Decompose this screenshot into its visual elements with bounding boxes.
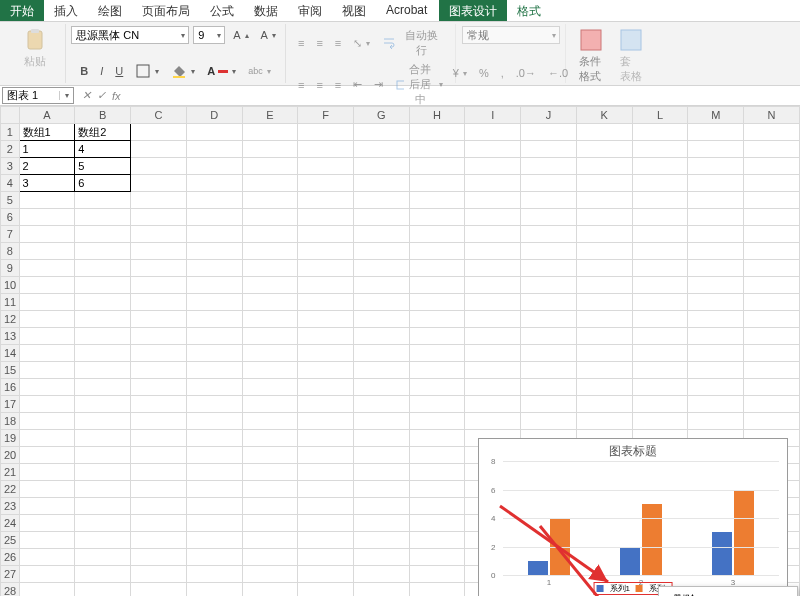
cell-N7[interactable] <box>744 226 800 243</box>
cell-K13[interactable] <box>576 328 632 345</box>
cell-F1[interactable] <box>298 124 354 141</box>
cell-A28[interactable] <box>19 583 75 597</box>
cell-M17[interactable] <box>688 396 744 413</box>
cell-H19[interactable] <box>409 430 465 447</box>
cell-B13[interactable] <box>75 328 131 345</box>
cell-E19[interactable] <box>242 430 298 447</box>
tab-page-layout[interactable]: 页面布局 <box>132 0 200 21</box>
cell-I10[interactable] <box>465 277 521 294</box>
bar-系列2-3[interactable] <box>734 490 754 576</box>
cell-A5[interactable] <box>19 192 75 209</box>
cell-K15[interactable] <box>576 362 632 379</box>
cell-L3[interactable] <box>632 158 688 175</box>
cell-M2[interactable] <box>688 141 744 158</box>
cell-M16[interactable] <box>688 379 744 396</box>
cell-E14[interactable] <box>242 345 298 362</box>
row-header-5[interactable]: 5 <box>1 192 20 209</box>
row-header-3[interactable]: 3 <box>1 158 20 175</box>
cell-H3[interactable] <box>409 158 465 175</box>
cell-G14[interactable] <box>353 345 409 362</box>
cell-A12[interactable] <box>19 311 75 328</box>
cell-F9[interactable] <box>298 260 354 277</box>
row-header-17[interactable]: 17 <box>1 396 20 413</box>
cell-J8[interactable] <box>521 243 577 260</box>
cell-N14[interactable] <box>744 345 800 362</box>
cell-J11[interactable] <box>521 294 577 311</box>
cell-C7[interactable] <box>131 226 187 243</box>
chart-plot-area[interactable]: 02468 123 <box>491 461 779 575</box>
cell-A23[interactable] <box>19 498 75 515</box>
cell-C2[interactable] <box>131 141 187 158</box>
cell-L4[interactable] <box>632 175 688 192</box>
cell-C28[interactable] <box>131 583 187 597</box>
cell-L12[interactable] <box>632 311 688 328</box>
cell-C27[interactable] <box>131 566 187 583</box>
cell-A22[interactable] <box>19 481 75 498</box>
row-header-9[interactable]: 9 <box>1 260 20 277</box>
border-button[interactable]: ▾ <box>131 61 163 81</box>
conditional-format-button[interactable]: 条件格式 <box>573 26 609 86</box>
bold-button[interactable]: B <box>76 63 92 79</box>
cell-C20[interactable] <box>131 447 187 464</box>
bar-系列1-2[interactable] <box>620 547 640 576</box>
cell-E17[interactable] <box>242 396 298 413</box>
cell-M13[interactable] <box>688 328 744 345</box>
row-header-1[interactable]: 1 <box>1 124 20 141</box>
row-header-10[interactable]: 10 <box>1 277 20 294</box>
cell-G7[interactable] <box>353 226 409 243</box>
cell-C8[interactable] <box>131 243 187 260</box>
row-header-14[interactable]: 14 <box>1 345 20 362</box>
cell-D17[interactable] <box>186 396 242 413</box>
cell-D12[interactable] <box>186 311 242 328</box>
col-header-I[interactable]: I <box>465 107 521 124</box>
cell-F2[interactable] <box>298 141 354 158</box>
cell-D26[interactable] <box>186 549 242 566</box>
col-header-M[interactable]: M <box>688 107 744 124</box>
cell-H9[interactable] <box>409 260 465 277</box>
format-table-button[interactable]: 套 表格 <box>613 26 649 86</box>
cell-K16[interactable] <box>576 379 632 396</box>
merge-center-button[interactable]: 合并后居中▾ <box>391 60 447 109</box>
cell-B28[interactable] <box>75 583 131 597</box>
cell-G22[interactable] <box>353 481 409 498</box>
cell-E1[interactable] <box>242 124 298 141</box>
cell-A8[interactable] <box>19 243 75 260</box>
cell-M11[interactable] <box>688 294 744 311</box>
cell-J4[interactable] <box>521 175 577 192</box>
cell-G27[interactable] <box>353 566 409 583</box>
cell-D16[interactable] <box>186 379 242 396</box>
cell-A6[interactable] <box>19 209 75 226</box>
cell-G18[interactable] <box>353 413 409 430</box>
row-header-12[interactable]: 12 <box>1 311 20 328</box>
align-bottom-button[interactable]: ≡ <box>331 35 345 51</box>
cell-D20[interactable] <box>186 447 242 464</box>
cell-D24[interactable] <box>186 515 242 532</box>
cell-J12[interactable] <box>521 311 577 328</box>
cell-J15[interactable] <box>521 362 577 379</box>
cell-K2[interactable] <box>576 141 632 158</box>
cell-J6[interactable] <box>521 209 577 226</box>
cell-G10[interactable] <box>353 277 409 294</box>
row-header-22[interactable]: 22 <box>1 481 20 498</box>
row-header-25[interactable]: 25 <box>1 532 20 549</box>
cell-D19[interactable] <box>186 430 242 447</box>
cell-F19[interactable] <box>298 430 354 447</box>
cell-H4[interactable] <box>409 175 465 192</box>
cell-D3[interactable] <box>186 158 242 175</box>
cell-L14[interactable] <box>632 345 688 362</box>
cell-F7[interactable] <box>298 226 354 243</box>
cell-E27[interactable] <box>242 566 298 583</box>
cell-F18[interactable] <box>298 413 354 430</box>
cell-I17[interactable] <box>465 396 521 413</box>
cell-E6[interactable] <box>242 209 298 226</box>
cell-G5[interactable] <box>353 192 409 209</box>
cell-F8[interactable] <box>298 243 354 260</box>
cell-C14[interactable] <box>131 345 187 362</box>
select-all-corner[interactable] <box>1 107 20 124</box>
cell-B11[interactable] <box>75 294 131 311</box>
col-header-L[interactable]: L <box>632 107 688 124</box>
tab-home[interactable]: 开始 <box>0 0 44 21</box>
cell-F5[interactable] <box>298 192 354 209</box>
cell-N4[interactable] <box>744 175 800 192</box>
cell-C24[interactable] <box>131 515 187 532</box>
